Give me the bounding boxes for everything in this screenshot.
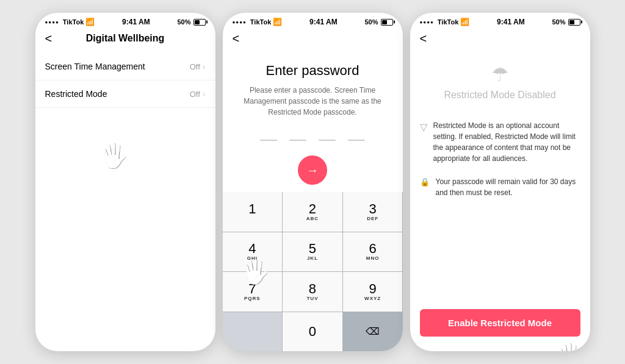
phones-container: ●●●● TikTok 📶 9:41 AM 50% < Digital Well…	[23, 1, 602, 363]
nav-bar-3: <	[410, 29, 590, 48]
key-0[interactable]: 0	[283, 312, 342, 352]
back-button-2[interactable]: <	[233, 32, 240, 45]
status-left-2: ●●●● TikTok 📶	[233, 18, 283, 26]
back-button-1[interactable]: <	[45, 32, 52, 45]
info-section: ▽ Restricted Mode is an optional account…	[410, 110, 590, 304]
submit-button[interactable]: →	[298, 155, 327, 185]
phone-1: ●●●● TikTok 📶 9:41 AM 50% < Digital Well…	[35, 13, 215, 351]
status-bar-2: ●●●● TikTok 📶 9:41 AM 50%	[223, 13, 403, 29]
settings-item-screen-time[interactable]: Screen Time Management Off ›	[35, 53, 215, 80]
screen-time-right: Off ›	[190, 62, 206, 71]
key-6[interactable]: 6 MNO	[343, 232, 403, 272]
enable-restricted-mode-button[interactable]: Enable Restricted Mode	[420, 309, 580, 337]
screen-time-label: Screen Time Management	[45, 62, 145, 71]
info-item-2: 🔒 Your passcode will remain valid for 30…	[420, 176, 580, 198]
carrier-1: TikTok	[63, 18, 84, 26]
key-4[interactable]: 4 GHI	[223, 232, 283, 272]
carrier-2: TikTok	[250, 18, 271, 26]
umbrella-icon: ☂	[491, 63, 509, 86]
enable-btn-area: Enable Restricted Mode 🖐	[410, 304, 590, 351]
passcode-dots	[260, 140, 365, 141]
key-5[interactable]: 5 JKL	[283, 232, 342, 272]
time-1: 9:41 AM	[122, 18, 150, 26]
key-num-1: 1	[248, 202, 256, 216]
numpad: 1 2 ABC 3 DEF 4 GHI	[223, 192, 403, 351]
signal-dots-2: ●●●●	[233, 20, 247, 25]
battery-icon-2	[381, 19, 393, 26]
key-delete[interactable]: ⌫	[343, 312, 403, 352]
restricted-screen: ☂ Restricted Mode Disabled ▽ Restricted …	[410, 48, 590, 351]
status-right-3: 50%	[552, 18, 580, 26]
phone-3: ●●●● TikTok 📶 9:41 AM 50% < ☂ Restricted…	[410, 13, 590, 351]
key-9[interactable]: 9 WXYZ	[343, 272, 403, 312]
filter-icon: ▽	[420, 121, 427, 133]
key-empty	[223, 312, 283, 352]
time-2: 9:41 AM	[309, 18, 338, 26]
key-7[interactable]: 7 PQRS	[223, 272, 283, 312]
enter-password-title: Enter password	[266, 63, 359, 79]
wifi-icon-1: 📶	[85, 18, 95, 26]
key-8[interactable]: 8 TUV	[283, 272, 342, 312]
info-text-2: Your passcode will remain valid for 30 d…	[436, 176, 580, 198]
lock-icon: 🔒	[420, 177, 430, 187]
battery-icon-3	[568, 19, 580, 26]
enter-password-screen: Enter password Please enter a passcode. …	[223, 48, 403, 351]
status-left-1: ●●●● TikTok 📶	[45, 18, 95, 26]
status-right-2: 50%	[364, 18, 392, 26]
restricted-mode-label: Restricted Mode	[45, 89, 107, 99]
screen1-content: Screen Time Management Off › Restricted …	[35, 48, 215, 351]
restricted-mode-title: Restricted Mode Disabled	[444, 90, 555, 101]
wifi-icon-2: 📶	[273, 18, 282, 26]
info-item-1: ▽ Restricted Mode is an optional account…	[420, 120, 580, 164]
key-2[interactable]: 2 ABC	[283, 192, 342, 232]
passcode-dash-3	[319, 140, 336, 141]
nav-bar-2: <	[223, 29, 403, 48]
passcode-dash-1	[260, 140, 277, 141]
status-bar-3: ●●●● TikTok 📶 9:41 AM 50%	[410, 13, 590, 29]
key-1[interactable]: 1	[223, 192, 283, 232]
battery-pct-1: 50%	[177, 18, 190, 26]
battery-pct-2: 50%	[364, 18, 378, 26]
numpad-wrapper: 1 2 ABC 3 DEF 4 GHI	[223, 192, 403, 351]
screen-time-value: Off	[190, 62, 200, 71]
info-text-1: Restricted Mode is an optional account s…	[433, 120, 580, 164]
status-left-3: ●●●● TikTok 📶	[420, 18, 470, 26]
restricted-mode-right: Off ›	[190, 89, 206, 99]
signal-dots-3: ●●●●	[420, 20, 434, 25]
back-button-3[interactable]: <	[420, 32, 427, 45]
time-3: 9:41 AM	[497, 18, 525, 26]
key-3[interactable]: 3 DEF	[343, 192, 403, 232]
signal-dots-1: ●●●●	[45, 20, 59, 25]
page-title-1: Digital Wellbeing	[86, 33, 165, 44]
restricted-icon-area: ☂ Restricted Mode Disabled	[410, 48, 590, 110]
nav-bar-1: < Digital Wellbeing	[35, 29, 215, 48]
passcode-dash-4	[348, 140, 365, 141]
battery-pct-3: 50%	[552, 18, 565, 26]
carrier-3: TikTok	[438, 18, 458, 26]
hand-cursor-3: 🖐	[555, 343, 584, 351]
settings-item-restricted-mode[interactable]: Restricted Mode Off ›	[35, 80, 215, 108]
enter-password-subtitle: Please enter a passcode. Screen Time Man…	[223, 85, 403, 118]
status-bar-1: ●●●● TikTok 📶 9:41 AM 50%	[35, 13, 215, 29]
phone-2: ●●●● TikTok 📶 9:41 AM 50% < Enter passwo…	[223, 13, 403, 351]
chevron-icon-2: ›	[203, 89, 206, 99]
battery-icon-1	[193, 19, 206, 26]
status-right-1: 50%	[177, 18, 205, 26]
passcode-dash-2	[289, 140, 306, 141]
wifi-icon-3: 📶	[460, 18, 469, 26]
restricted-mode-value: Off	[190, 90, 200, 99]
settings-list: Screen Time Management Off › Restricted …	[35, 48, 215, 351]
chevron-icon-1: ›	[203, 62, 206, 71]
